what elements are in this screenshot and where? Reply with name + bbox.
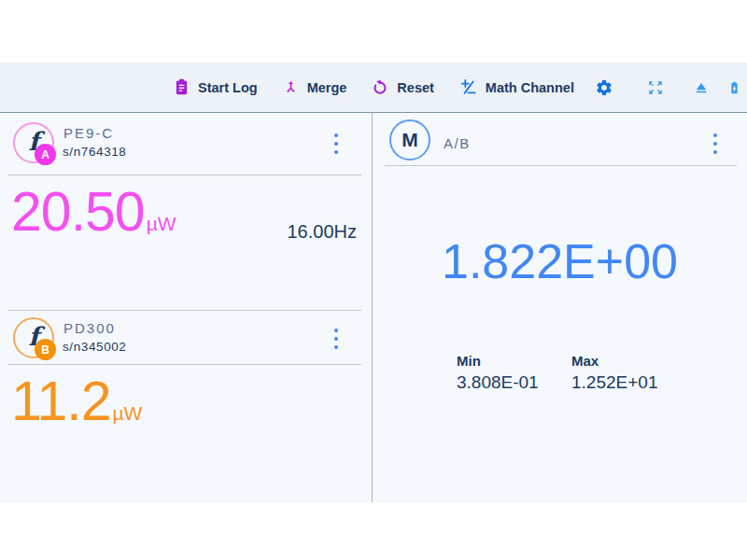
channel-a-badge: A — [35, 144, 56, 165]
min-value: 3.808E-01 — [457, 372, 539, 393]
channel-a-value: 20.50 — [11, 185, 145, 240]
channel-b-name: PD300 — [63, 320, 116, 336]
math-glyph: M — [402, 129, 418, 151]
channel-b-badge: B — [35, 339, 56, 360]
divider — [7, 310, 361, 311]
channel-b-serial: s/n345002 — [63, 340, 126, 354]
reset-button[interactable]: Reset — [372, 79, 434, 96]
reset-icon — [372, 79, 388, 96]
merge-icon — [283, 79, 299, 96]
math-channel-panel: M A/B 1.822E+00 Min 3.808E-01 Max 1.252E… — [373, 113, 747, 502]
math-channel-avatar: M — [389, 119, 430, 161]
math-channel-value: 1.822E+00 — [373, 237, 747, 286]
battery-charging-icon — [727, 78, 741, 97]
max-label: Max — [571, 353, 657, 369]
channel-a-menu-icon[interactable] — [325, 132, 347, 156]
channel-a-name: PE9-C — [63, 125, 114, 141]
max-value: 1.252E+01 — [571, 372, 657, 393]
math-channel-label: Math Channel — [486, 80, 574, 95]
channel-a-unit: µW — [147, 214, 176, 233]
channel-b-unit: µW — [112, 403, 142, 423]
channel-a-serial: s/n764318 — [63, 145, 126, 159]
divider — [7, 175, 361, 175]
math-channel-button[interactable]: Math Channel — [459, 78, 574, 96]
math-channel-menu-icon[interactable] — [704, 132, 726, 156]
main-content: f A PE9-C s/n764318 20.50 µW 16.00Hz f B… — [0, 113, 747, 502]
toolbar-system-icons — [595, 63, 741, 112]
channel-a-avatar: f A — [13, 122, 54, 163]
start-log-button[interactable]: Start Log — [174, 78, 258, 96]
channel-a-frequency: 16.00Hz — [288, 221, 358, 243]
toolbar: Start Log Merge Reset — [0, 63, 747, 113]
channel-b-menu-icon[interactable] — [325, 327, 347, 351]
math-channel-name: A/B — [444, 135, 471, 151]
eject-icon[interactable] — [693, 79, 710, 96]
start-log-label: Start Log — [198, 80, 258, 95]
math-channel-icon — [459, 78, 477, 96]
channel-b-avatar: f B — [13, 317, 54, 358]
channel-b-reading: 11.2 µW — [11, 374, 142, 429]
math-min-block: Min 3.808E-01 — [457, 353, 539, 393]
min-label: Min — [457, 353, 539, 369]
power-meter-app: Start Log Merge Reset — [0, 63, 747, 502]
channel-a-reading: 20.50 µW — [11, 185, 176, 240]
divider — [385, 165, 737, 166]
reset-label: Reset — [397, 80, 434, 95]
merge-button[interactable]: Merge — [283, 79, 347, 96]
merge-label: Merge — [307, 80, 347, 95]
clipboard-log-icon — [174, 78, 190, 96]
settings-icon[interactable] — [595, 78, 613, 97]
divider — [7, 364, 361, 365]
toolbar-actions: Start Log Merge Reset — [174, 63, 574, 112]
math-max-block: Max 1.252E+01 — [571, 353, 657, 393]
channel-b-value: 11.2 — [11, 374, 110, 429]
channels-panel: f A PE9-C s/n764318 20.50 µW 16.00Hz f B… — [0, 113, 373, 502]
fullscreen-icon[interactable] — [647, 79, 664, 96]
